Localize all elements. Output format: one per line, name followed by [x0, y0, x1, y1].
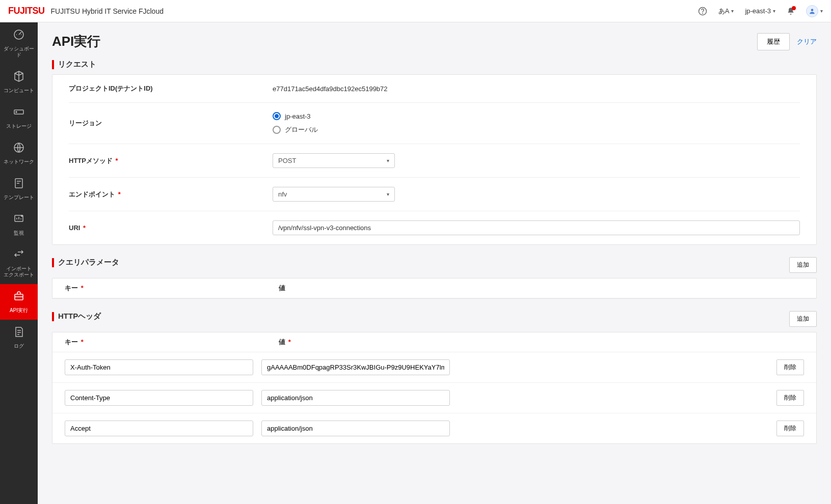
radio-icon	[273, 112, 281, 120]
chevron-down-icon: ▾	[387, 191, 389, 197]
svg-point-2	[811, 9, 814, 11]
notification-dot	[792, 6, 796, 10]
sidebar-item-import-export[interactable]: インポートエクスポート	[0, 242, 38, 284]
globe-icon	[13, 142, 25, 157]
language-switcher[interactable]: あA ▾	[718, 7, 734, 16]
header-delete-button[interactable]: 削除	[776, 390, 804, 406]
cube-icon	[13, 70, 25, 86]
header-value-input[interactable]	[261, 421, 450, 436]
sidebar-item-label: ログ	[14, 343, 24, 349]
http-method-label: HTTPメソッド *	[69, 156, 273, 165]
chevron-down-icon: ▾	[387, 158, 389, 163]
service-name: FUJITSU Hybrid IT Service FJcloud	[51, 7, 164, 15]
log-icon	[13, 326, 25, 341]
sidebar-item-storage[interactable]: ストレージ	[0, 100, 38, 135]
region-radio-jp-east-3[interactable]: jp-east-3	[273, 112, 800, 120]
sidebar-item-dashboard[interactable]: ダッシュボード	[0, 22, 38, 64]
region-label: リージョン	[69, 119, 273, 128]
header-delete-button[interactable]: 削除	[776, 421, 804, 436]
sidebar: ダッシュボード コンピュート ストレージ ネットワーク テンプレート 監視 イン…	[0, 22, 38, 504]
sidebar-item-label: ネットワーク	[4, 159, 34, 165]
header-key-input[interactable]	[65, 359, 253, 375]
sidebar-item-log[interactable]: ログ	[0, 320, 38, 355]
sidebar-item-label: コンピュート	[4, 88, 34, 94]
sidebar-item-label: ストレージ	[6, 123, 32, 129]
region-radio-global[interactable]: グローバル	[273, 125, 800, 134]
header-value-header: 値 *	[279, 338, 804, 347]
project-id-label: プロジェクトID(テナントID)	[69, 84, 273, 93]
clear-link[interactable]: クリア	[797, 37, 817, 46]
radio-label: jp-east-3	[285, 113, 311, 120]
sidebar-item-compute[interactable]: コンピュート	[0, 64, 38, 100]
project-id-value: e77d171ac5ed4dfa9dbc192ec5199b72	[273, 85, 800, 93]
sidebar-item-label: ダッシュボード	[2, 46, 36, 58]
uri-label: URI *	[69, 224, 273, 232]
query-table: キー * 値	[52, 278, 817, 299]
monitor-icon	[13, 213, 25, 228]
radio-icon	[273, 126, 281, 134]
template-icon	[13, 177, 25, 192]
sidebar-item-api-exec[interactable]: API実行	[0, 284, 38, 320]
chevron-down-icon: ▾	[731, 8, 734, 14]
language-label: あA	[718, 7, 730, 16]
svg-point-5	[16, 111, 17, 113]
header-key-header: キー *	[65, 338, 279, 347]
import-export-icon	[13, 248, 25, 264]
endpoint-label: エンドポイント *	[69, 190, 273, 199]
http-headers-table: キー * 値 * 削除 削除 削除	[52, 332, 817, 444]
header-key-input[interactable]	[65, 390, 253, 406]
radio-label: グローバル	[285, 125, 318, 134]
brand-logo: FUJITSU	[8, 6, 45, 16]
help-icon[interactable]	[698, 7, 707, 16]
query-value-header: 値	[279, 284, 804, 293]
table-row: 削除	[52, 383, 816, 413]
storage-icon	[13, 106, 25, 121]
request-card: プロジェクトID(テナントID) e77d171ac5ed4dfa9dbc192…	[52, 74, 817, 245]
svg-point-9	[21, 215, 23, 217]
region-label: jp-east-3	[745, 7, 771, 15]
section-title-request: リクエスト	[52, 60, 817, 69]
header-key-input[interactable]	[65, 421, 253, 436]
select-value: nfv	[278, 190, 287, 198]
header-add-button[interactable]: 追加	[789, 311, 817, 327]
history-button[interactable]: 履歴	[757, 33, 790, 50]
http-method-select[interactable]: POST ▾	[273, 153, 395, 168]
region-switcher[interactable]: jp-east-3 ▾	[745, 7, 775, 15]
section-title-query: クエリパラメータ	[52, 258, 119, 267]
svg-point-1	[702, 13, 703, 13]
page-title: API実行	[52, 33, 100, 50]
sidebar-item-monitor[interactable]: 監視	[0, 207, 38, 242]
header-value-input[interactable]	[261, 390, 450, 406]
query-key-header: キー *	[65, 284, 279, 293]
avatar-icon	[806, 5, 818, 17]
uri-input[interactable]	[273, 220, 800, 235]
user-menu[interactable]: ▾	[806, 5, 823, 17]
section-title-http-headers: HTTPヘッダ	[52, 312, 101, 321]
header-value-input[interactable]	[261, 359, 450, 375]
toolbox-icon	[13, 290, 25, 305]
sidebar-item-label: API実行	[10, 307, 28, 314]
sidebar-item-label: インポートエクスポート	[4, 266, 34, 278]
main-content: API実行 履歴 クリア リクエスト プロジェクトID(テナントID) e77d…	[38, 22, 831, 504]
gauge-icon	[13, 29, 25, 44]
sidebar-item-label: 監視	[14, 230, 24, 236]
sidebar-item-label: テンプレート	[4, 194, 34, 201]
sidebar-item-network[interactable]: ネットワーク	[0, 135, 38, 171]
chevron-down-icon: ▾	[773, 8, 775, 14]
select-value: POST	[278, 157, 296, 164]
table-row: 削除	[52, 413, 816, 443]
table-row: 削除	[52, 352, 816, 383]
chevron-down-icon: ▾	[820, 8, 823, 14]
query-add-button[interactable]: 追加	[789, 257, 817, 273]
topbar: FUJITSU FUJITSU Hybrid IT Service FJclou…	[0, 0, 831, 22]
notifications-icon[interactable]	[787, 7, 795, 15]
header-delete-button[interactable]: 削除	[776, 359, 804, 375]
sidebar-item-template[interactable]: テンプレート	[0, 171, 38, 207]
endpoint-select[interactable]: nfv ▾	[273, 187, 395, 202]
